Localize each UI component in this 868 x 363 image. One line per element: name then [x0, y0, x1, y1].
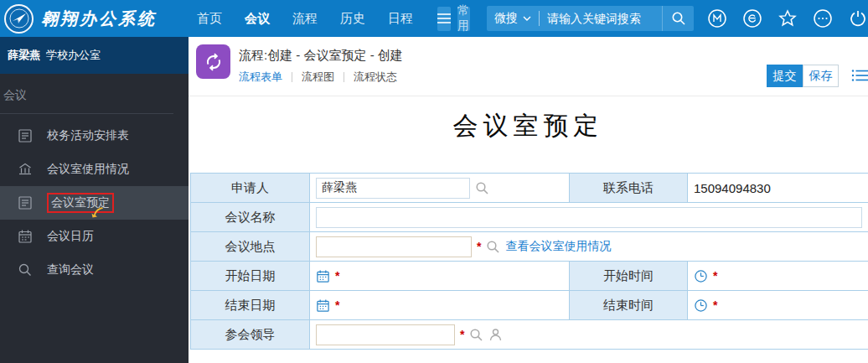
- search-icon[interactable]: [475, 181, 489, 195]
- leaders-input[interactable]: [316, 324, 455, 345]
- search-bar: 微搜: [487, 6, 694, 31]
- phone-label: 联系电话: [570, 174, 688, 203]
- required-marker: *: [460, 328, 464, 341]
- form-list-icon: [18, 195, 33, 210]
- form-title: 会议室预定: [189, 109, 868, 143]
- top-icon-group: [707, 8, 868, 29]
- sidebar: 薛梁燕 学校办公室 会议 校务活动安排表 会议室使用情况: [0, 37, 189, 363]
- sidebar-item-room-usage[interactable]: 会议室使用情况: [0, 153, 189, 186]
- phone-value: 15094094830: [694, 181, 771, 195]
- brand: 翱翔办公系统: [0, 4, 189, 34]
- top-bar: 翱翔办公系统 首页 会议 流程 历史 日程 常用 微搜: [0, 0, 868, 37]
- tab-flow-status[interactable]: 流程状态: [354, 70, 397, 85]
- search-button[interactable]: [662, 6, 694, 31]
- user-name: 薛梁燕: [8, 48, 40, 63]
- user-strip: 薛梁燕 学校办公室: [0, 37, 189, 74]
- table-row-location: 会议地点 * 查看会议室使用情况: [191, 232, 868, 262]
- location-label: 会议地点: [191, 232, 310, 262]
- search-input[interactable]: [540, 7, 662, 30]
- page: 翱翔办公系统 首页 会议 流程 历史 日程 常用 微搜: [0, 0, 868, 363]
- m-circle-icon[interactable]: [707, 8, 727, 29]
- tab-separator: [292, 72, 292, 82]
- sidebar-item-search-meeting[interactable]: 查询会议: [0, 253, 189, 287]
- reservation-form-table: 申请人 联系电话 15094094830 会议名称: [190, 173, 868, 350]
- often-used-button[interactable]: 常用: [457, 7, 470, 31]
- required-marker: *: [477, 240, 481, 253]
- start-time-label: 开始时间: [570, 262, 688, 291]
- table-row-applicant: 申请人 联系电话 15094094830: [191, 174, 868, 203]
- paper-plane-icon: [8, 8, 30, 29]
- required-marker: *: [713, 298, 717, 312]
- search-icon[interactable]: [469, 328, 483, 342]
- meeting-name-input[interactable]: [316, 207, 862, 228]
- meeting-name-label: 会议名称: [191, 203, 310, 232]
- end-date-label: 结束日期: [191, 291, 310, 320]
- e-message-icon[interactable]: [742, 8, 762, 29]
- sidebar-item-activity-schedule[interactable]: 校务活动安排表: [0, 119, 189, 153]
- nav-home[interactable]: 首页: [197, 11, 222, 27]
- flow-cycle-icon: [196, 44, 230, 79]
- person-icon[interactable]: [488, 328, 503, 342]
- user-department: 学校办公室: [46, 48, 101, 63]
- tab-flow-form[interactable]: 流程表单: [239, 70, 282, 85]
- nav-schedule[interactable]: 日程: [388, 11, 413, 27]
- search-scope-label: 微搜: [494, 11, 518, 26]
- header-divider: [189, 96, 868, 96]
- calendar-icon: [18, 229, 33, 244]
- required-marker: *: [713, 269, 717, 283]
- submit-button[interactable]: 提交: [767, 65, 803, 87]
- app-logo: [4, 4, 34, 34]
- flow-arrows-glyph: [203, 51, 225, 73]
- sidebar-item-label: 查询会议: [47, 262, 94, 277]
- nav-history[interactable]: 历史: [340, 11, 365, 27]
- clock-icon[interactable]: [694, 269, 708, 283]
- sidebar-item-label: 会议日历: [47, 229, 94, 244]
- applicant-input[interactable]: [316, 178, 470, 199]
- workflow-tabs: 流程表单 流程图 流程状态: [239, 70, 397, 85]
- view-room-usage-link[interactable]: 查看会议室使用情况: [505, 239, 611, 254]
- clock-icon[interactable]: [694, 298, 708, 313]
- top-nav: 首页 会议 流程 历史 日程: [197, 11, 436, 27]
- tab-separator: [344, 72, 344, 82]
- chevron-down-icon: [523, 16, 531, 21]
- star-icon[interactable]: [778, 8, 798, 29]
- sidebar-section-title: 会议: [0, 74, 189, 113]
- search-icon: [18, 262, 33, 277]
- hamburger-icon: [437, 13, 451, 23]
- form-list-icon: [18, 128, 33, 143]
- nav-flow[interactable]: 流程: [292, 11, 318, 27]
- start-date-label: 开始日期: [191, 262, 310, 291]
- hamburger-menu-button[interactable]: [437, 7, 451, 31]
- save-button[interactable]: 保存: [803, 65, 839, 87]
- list-menu-icon[interactable]: [851, 68, 868, 83]
- annotation-pointer-icon: [90, 205, 104, 218]
- applicant-label: 申请人: [191, 174, 310, 203]
- search-scope-dropdown[interactable]: 微搜: [487, 11, 539, 26]
- app-title: 翱翔办公系统: [41, 8, 157, 30]
- more-circle-icon[interactable]: [813, 8, 833, 29]
- tab-flow-diagram[interactable]: 流程图: [302, 70, 334, 85]
- nav-meeting[interactable]: 会议: [245, 11, 270, 27]
- end-time-label: 结束时间: [570, 291, 688, 320]
- power-icon[interactable]: [848, 8, 868, 29]
- sidebar-divider: [0, 113, 173, 114]
- search-icon[interactable]: [486, 240, 500, 254]
- table-row-meeting-name: 会议名称: [191, 203, 868, 232]
- required-marker: *: [335, 298, 339, 312]
- main-content: 流程:创建 - 会议室预定 - 创建 流程表单 流程图 流程状态 提交 保存 会…: [189, 37, 868, 363]
- leaders-label: 参会领导: [191, 320, 310, 350]
- table-row-end-date: 结束日期 * 结束时间: [191, 291, 868, 320]
- sidebar-item-room-reservation[interactable]: 会议室预定: [0, 186, 189, 220]
- sidebar-item-meeting-calendar[interactable]: 会议日历: [0, 220, 189, 253]
- location-input[interactable]: [316, 236, 472, 257]
- calendar-icon[interactable]: [316, 298, 330, 313]
- sidebar-item-label: 会议室使用情况: [47, 162, 129, 177]
- sidebar-item-label: 校务活动安排表: [47, 128, 129, 143]
- table-row-start-date: 开始日期 * 开始时间: [191, 262, 868, 291]
- calendar-icon[interactable]: [316, 269, 330, 283]
- search-icon: [671, 11, 686, 26]
- annotation-highlight: 会议室预定: [47, 193, 114, 213]
- required-marker: *: [335, 269, 339, 283]
- workflow-title: 流程:创建 - 会议室预定 - 创建: [239, 48, 403, 64]
- table-row-leaders: 参会领导 *: [191, 320, 868, 350]
